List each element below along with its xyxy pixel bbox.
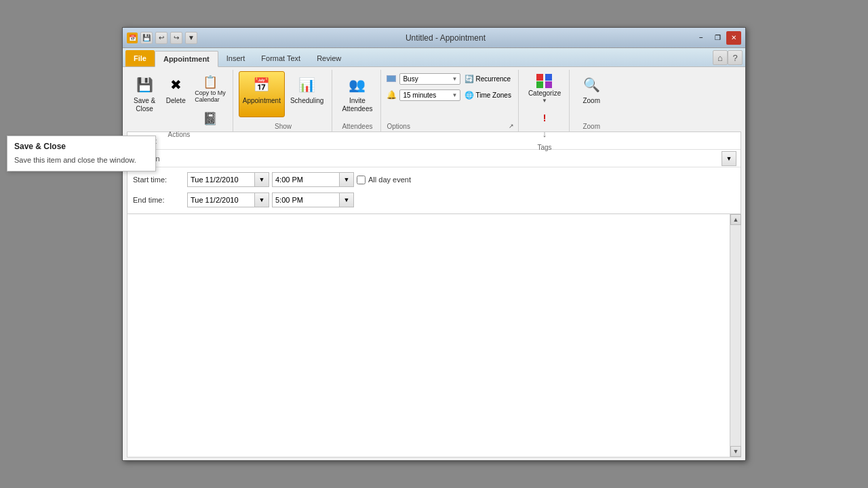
- save-close-label: Save &Close: [134, 97, 155, 113]
- start-date-input[interactable]: Tue 11/2/2010: [187, 172, 255, 187]
- time-zones-label: Time Zones: [475, 92, 511, 99]
- save-qat-btn[interactable]: 💾: [140, 32, 153, 44]
- attendees-label: Attendees: [342, 121, 372, 130]
- start-time-input[interactable]: 4:00 PM: [272, 172, 340, 187]
- tab-insert[interactable]: Insert: [218, 50, 254, 66]
- zoom-icon: 🔍: [580, 74, 602, 96]
- end-time-input[interactable]: 5:00 PM: [272, 192, 340, 207]
- categorize-arrow: ▼: [542, 98, 547, 104]
- scroll-down-arrow[interactable]: ▼: [730, 446, 741, 457]
- options-expand-icon[interactable]: ↗: [509, 123, 514, 129]
- show-label: Show: [275, 121, 292, 130]
- ribbon-group-zoom: 🔍 Zoom Zoom: [571, 70, 612, 131]
- delete-button[interactable]: ✖ Delete: [161, 71, 191, 117]
- recurrence-icon: 🔄: [465, 75, 474, 83]
- ribbon-group-attendees: 👥 InviteAttendees Attendees: [334, 70, 381, 131]
- copy-to-calendar-button[interactable]: 📋 Copy to MyCalendar: [192, 73, 229, 105]
- minutes-row: 🔔 15 minutes ▼ 🌐 Time Zones: [387, 87, 513, 102]
- location-input[interactable]: [179, 155, 722, 163]
- tab-appointment[interactable]: Appointment: [155, 51, 218, 67]
- options-content: Busy ▼ 🔄 Recurrence 🔔 15 minutes ▼: [387, 71, 513, 121]
- category-colors: [536, 74, 553, 88]
- tooltip-popup: Save & Close Save this item and close th…: [7, 136, 156, 171]
- invite-label: InviteAttendees: [342, 97, 372, 113]
- scroll-up-arrow[interactable]: ▲: [730, 214, 741, 225]
- end-date-input[interactable]: Tue 11/2/2010: [187, 192, 255, 207]
- help-button[interactable]: ?: [728, 50, 743, 65]
- end-time-row: End time: Tue 11/2/2010 ▼ 5:00 PM ▼: [133, 190, 735, 209]
- actions-content: 💾 Save &Close ✖ Delete 📋 Copy to MyCalen…: [130, 71, 229, 129]
- home-button[interactable]: ⌂: [713, 50, 728, 65]
- start-time-row: Start time: Tue 11/2/2010 ▼ 4:00 PM ▼ Al…: [133, 170, 735, 189]
- body-content-area[interactable]: ▲ ▼: [127, 214, 741, 458]
- onenote-button[interactable]: 📓: [192, 109, 229, 128]
- end-time-label: End time:: [133, 196, 187, 204]
- zoom-label: Zoom: [583, 97, 600, 105]
- appointment-label: Appointment: [243, 97, 281, 105]
- scheduling-icon: 📊: [296, 74, 318, 96]
- actions-label: Actions: [167, 129, 190, 138]
- low-importance-icon: ↓: [542, 129, 547, 139]
- show-content: 📅 Appointment 📊 Scheduling: [239, 71, 328, 121]
- tooltip-body: Save this item and close the window.: [14, 155, 149, 165]
- subject-input[interactable]: [179, 137, 736, 145]
- window-title: Untitled - Appointment: [197, 33, 694, 43]
- start-date-dropdown[interactable]: ▼: [254, 172, 269, 187]
- vertical-scrollbar[interactable]: ▲ ▼: [730, 214, 741, 457]
- categorize-label: Categorize: [528, 89, 561, 98]
- cat-red: [536, 74, 543, 81]
- start-time-dropdown[interactable]: ▼: [339, 172, 354, 187]
- cat-purple: [545, 81, 552, 88]
- recurrence-label: Recurrence: [475, 75, 511, 83]
- scroll-track: [730, 225, 741, 446]
- time-zones-button[interactable]: 🌐 Time Zones: [462, 89, 513, 102]
- importance-low-button[interactable]: ↓: [540, 127, 550, 141]
- tab-format-text[interactable]: Format Text: [253, 50, 309, 66]
- restore-button[interactable]: ❐: [710, 31, 725, 45]
- app-icon: 📅: [127, 33, 138, 43]
- appointment-icon: 📅: [251, 74, 273, 96]
- delete-icon: ✖: [165, 74, 186, 96]
- recurrence-button[interactable]: 🔄 Recurrence: [462, 73, 513, 85]
- tab-review[interactable]: Review: [309, 50, 349, 66]
- zoom-button[interactable]: 🔍 Zoom: [576, 71, 606, 117]
- qat-dropdown-btn[interactable]: ▼: [185, 32, 197, 44]
- start-time-label: Start time:: [133, 176, 187, 184]
- invite-attendees-button[interactable]: 👥 InviteAttendees: [338, 71, 376, 117]
- reminder-icon: 🔔: [387, 90, 397, 100]
- ribbon-body: 💾 Save &Close ✖ Delete 📋 Copy to MyCalen…: [123, 67, 745, 131]
- end-time-dropdown[interactable]: ▼: [339, 192, 354, 207]
- tooltip-title: Save & Close: [14, 142, 149, 151]
- body-textarea[interactable]: [127, 214, 728, 457]
- minutes-dropdown[interactable]: 15 minutes ▼: [399, 89, 460, 101]
- onenote-icon: 📓: [203, 111, 218, 126]
- copy-calendar-icon: 📋: [203, 75, 218, 89]
- close-button[interactable]: ✕: [726, 31, 741, 45]
- end-date-dropdown[interactable]: ▼: [254, 192, 269, 207]
- options-label: Options: [387, 121, 410, 130]
- window-controls: − ❐ ✕: [694, 31, 741, 45]
- importance-high-button[interactable]: !: [540, 110, 549, 125]
- location-dropdown-btn[interactable]: ▼: [722, 151, 736, 166]
- categorize-button[interactable]: Categorize ▼: [524, 71, 565, 109]
- redo-qat-btn[interactable]: ↪: [170, 32, 182, 44]
- busy-icon: [387, 75, 396, 82]
- high-importance-icon: !: [543, 113, 547, 123]
- undo-qat-btn[interactable]: ↩: [155, 32, 167, 44]
- ribbon-group-actions: 💾 Save &Close ✖ Delete 📋 Copy to MyCalen…: [125, 70, 233, 131]
- scheduling-button[interactable]: 📊 Scheduling: [286, 71, 328, 117]
- ribbon-group-show: 📅 Appointment 📊 Scheduling Show: [235, 70, 333, 131]
- minimize-button[interactable]: −: [694, 31, 709, 45]
- cat-blue: [545, 74, 552, 81]
- appointment-button[interactable]: 📅 Appointment: [239, 71, 285, 117]
- zoom-content: 🔍 Zoom: [576, 71, 606, 121]
- all-day-checkbox[interactable]: [357, 176, 366, 184]
- title-bar-left: 📅 💾 ↩ ↪ ▼: [127, 32, 197, 44]
- main-window: 📅 💾 ↩ ↪ ▼ Untitled - Appointment − ❐ ✕ F…: [122, 27, 746, 461]
- invite-icon: 👥: [347, 74, 368, 96]
- tab-file[interactable]: File: [125, 50, 155, 66]
- busy-row: Busy ▼ 🔄 Recurrence: [387, 71, 513, 86]
- busy-dropdown[interactable]: Busy ▼: [399, 73, 460, 85]
- time-area: Start time: Tue 11/2/2010 ▼ 4:00 PM ▼ Al…: [127, 167, 741, 214]
- save-close-button[interactable]: 💾 Save &Close: [130, 71, 159, 117]
